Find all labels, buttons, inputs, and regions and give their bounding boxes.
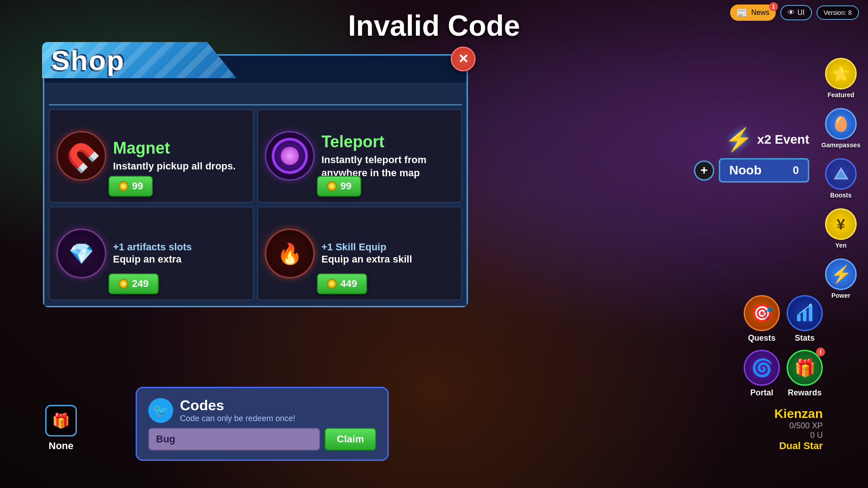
player-name: Kienzan bbox=[774, 407, 823, 421]
portal-label: Portal bbox=[750, 388, 773, 398]
none-label: None bbox=[49, 440, 74, 452]
shop-item-skill[interactable]: 🔥 +1 Skill Equip Equip an extra skill ⊙ … bbox=[257, 206, 462, 300]
coin-icon-2: ⊙ bbox=[327, 181, 337, 191]
power-icon: ⚡ bbox=[825, 258, 857, 290]
player-title: Dual Star bbox=[774, 440, 823, 452]
teleport-icon-container bbox=[265, 131, 315, 181]
player-xp: 0/500 XP bbox=[774, 421, 823, 431]
boosts-icon bbox=[825, 158, 857, 190]
sidebar-item-gamepasses[interactable]: 🥚 Gamepasses bbox=[818, 104, 864, 152]
coin-icon: ⊙ bbox=[118, 181, 128, 191]
gamepasses-icon: 🥚 bbox=[825, 108, 857, 140]
player-info: Kienzan 0/500 XP 0 U Dual Star bbox=[774, 407, 823, 452]
news-label: News bbox=[751, 9, 769, 17]
right-sidebar: ⭐ Featured 🥚 Gamepasses Boosts ¥ Yen ⚡ P… bbox=[814, 0, 868, 307]
action-buttons: 🎯 Quests Stats 🌀 Portal 🎁 Rewards bbox=[744, 295, 823, 398]
news-icon: 📰 bbox=[736, 7, 748, 18]
magnet-desc: Instantly pickup all drops. bbox=[113, 160, 246, 173]
sidebar-item-boosts[interactable]: Boosts bbox=[821, 155, 860, 202]
svg-rect-4 bbox=[809, 305, 812, 321]
event-text: x2 Event bbox=[757, 132, 809, 147]
noob-bar: Noob 0 bbox=[719, 158, 809, 183]
power-label: Power bbox=[831, 292, 850, 299]
sidebar-item-featured[interactable]: ⭐ Featured bbox=[821, 54, 860, 102]
teleport-inner bbox=[281, 147, 299, 165]
portal-button[interactable]: 🌀 Portal bbox=[744, 350, 780, 398]
close-button[interactable]: ✕ bbox=[451, 47, 476, 71]
stats-icon bbox=[787, 295, 823, 331]
noob-bar-container: + Noob 0 bbox=[694, 158, 809, 183]
codes-header: 🐦 Codes Code can only be redeem once! bbox=[148, 397, 376, 423]
skill-price-button[interactable]: ⊙ 449 bbox=[317, 273, 367, 294]
codes-panel: 🐦 Codes Code can only be redeem once! Cl… bbox=[136, 387, 389, 461]
skill-price: 449 bbox=[340, 278, 357, 290]
ui-button[interactable]: 👁 UI bbox=[780, 5, 812, 20]
teleport-name: Teleport bbox=[321, 132, 454, 151]
skill-desc: Equip an extra skill bbox=[321, 253, 454, 266]
portal-icon: 🌀 bbox=[744, 350, 780, 386]
magnet-price-button[interactable]: ⊙ 99 bbox=[108, 176, 153, 197]
coin-icon-4: ⊙ bbox=[327, 279, 337, 289]
rewards-button[interactable]: 🎁 Rewards bbox=[787, 350, 823, 398]
quests-label: Quests bbox=[748, 333, 775, 343]
svg-rect-2 bbox=[797, 314, 801, 321]
shop-panel: Shop ✕ 🧲 Magnet Instantly pickup all dro… bbox=[43, 54, 468, 307]
boosts-label: Boosts bbox=[830, 192, 851, 199]
codes-subtitle: Code can only be redeem once! bbox=[180, 414, 295, 423]
codes-title-group: Codes Code can only be redeem once! bbox=[180, 397, 295, 423]
stats-button[interactable]: Stats bbox=[787, 295, 823, 343]
svg-rect-3 bbox=[803, 310, 807, 321]
artifact-info: +1 artifacts slots Equip an extra bbox=[113, 241, 246, 266]
coin-icon-3: ⊙ bbox=[118, 279, 128, 289]
shop-header: Shop bbox=[42, 42, 236, 78]
news-badge: 1 bbox=[769, 2, 778, 11]
teleport-visual bbox=[272, 138, 308, 174]
artifact-name: +1 artifacts slots bbox=[113, 241, 246, 253]
teleport-info: Teleport Instantly teleport from anywher… bbox=[321, 132, 454, 179]
noob-count: 0 bbox=[793, 164, 799, 177]
quests-button[interactable]: 🎯 Quests bbox=[744, 295, 780, 343]
twitter-icon: 🐦 bbox=[148, 398, 173, 423]
sidebar-item-power[interactable]: ⚡ Power bbox=[821, 255, 860, 303]
none-icon: 🎁 bbox=[45, 405, 77, 436]
artifact-price-button[interactable]: ⊙ 249 bbox=[108, 273, 159, 294]
news-button[interactable]: 📰 News 1 bbox=[730, 5, 776, 21]
featured-label: Featured bbox=[827, 91, 854, 99]
tab-bar bbox=[49, 87, 462, 105]
magnet-info: Magnet Instantly pickup all drops. bbox=[113, 139, 246, 173]
codes-input-row: Claim bbox=[148, 428, 376, 450]
eye-icon: 👁 bbox=[788, 9, 795, 17]
shop-item-artifact[interactable]: 💎 +1 artifacts slots Equip an extra ⊙ 24… bbox=[49, 206, 254, 300]
shop-item-magnet[interactable]: 🧲 Magnet Instantly pickup all drops. ⊙ 9… bbox=[49, 109, 254, 203]
stats-label: Stats bbox=[795, 333, 815, 343]
skill-icon-container: 🔥 bbox=[265, 229, 315, 278]
yen-icon: ¥ bbox=[825, 208, 857, 240]
shop-item-teleport[interactable]: Teleport Instantly teleport from anywher… bbox=[257, 109, 462, 203]
plus-button[interactable]: + bbox=[694, 160, 714, 181]
gamepasses-label: Gamepasses bbox=[821, 141, 860, 149]
skill-info: +1 Skill Equip Equip an extra skill bbox=[321, 241, 454, 266]
sidebar-item-yen[interactable]: ¥ Yen bbox=[821, 205, 860, 253]
artifact-price: 249 bbox=[132, 278, 149, 290]
shop-content: 🧲 Magnet Instantly pickup all drops. ⊙ 9… bbox=[44, 83, 467, 306]
items-grid: 🧲 Magnet Instantly pickup all drops. ⊙ 9… bbox=[49, 109, 462, 300]
none-button[interactable]: 🎁 None bbox=[45, 405, 77, 452]
svg-point-5 bbox=[809, 304, 812, 306]
codes-title: Codes bbox=[180, 397, 295, 414]
noob-name: Noob bbox=[729, 163, 762, 178]
lightning-icon: ⚡ bbox=[725, 127, 753, 153]
magnet-name: Magnet bbox=[113, 139, 246, 158]
player-currency: 0 U bbox=[774, 431, 823, 440]
teleport-price-button[interactable]: ⊙ 99 bbox=[317, 176, 361, 197]
magnet-icon-container: 🧲 bbox=[57, 131, 106, 181]
featured-icon: ⭐ bbox=[825, 58, 857, 89]
skill-name: +1 Skill Equip bbox=[321, 241, 454, 253]
page-title: Invalid Code bbox=[348, 9, 520, 42]
claim-button[interactable]: Claim bbox=[325, 428, 376, 450]
artifact-icon-container: 💎 bbox=[57, 229, 106, 278]
version-label: Version: 8 bbox=[816, 5, 859, 20]
top-bar: 📰 News 1 👁 UI Version: 8 bbox=[721, 0, 868, 25]
codes-input[interactable] bbox=[148, 428, 320, 450]
teleport-price: 99 bbox=[340, 180, 351, 192]
magnet-price: 99 bbox=[132, 180, 143, 192]
